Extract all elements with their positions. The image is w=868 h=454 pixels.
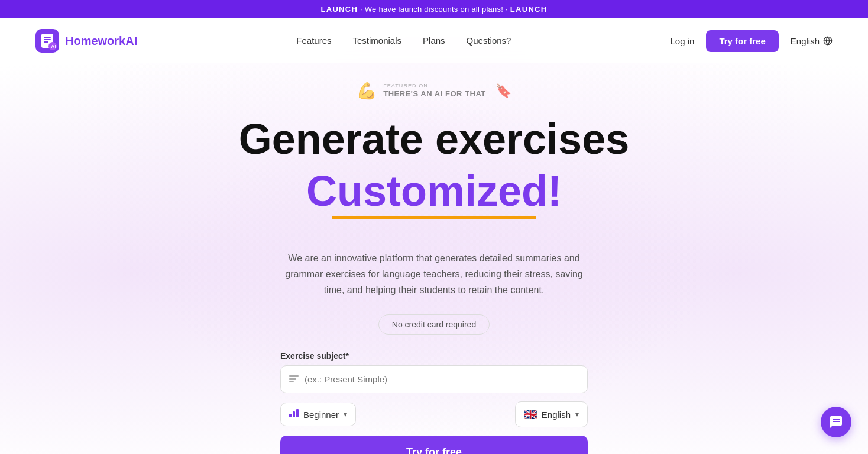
subject-input[interactable] [305, 366, 579, 393]
svg-rect-2 [44, 37, 51, 38]
logo-icon: AI [35, 29, 59, 53]
chat-icon [829, 415, 843, 429]
logo-text: HomeworkAI [65, 34, 137, 48]
hero-title-line1: Generate exercises [239, 117, 629, 162]
header-actions: Log in Try for free English [671, 30, 833, 52]
svg-rect-12 [293, 411, 295, 417]
hero-title-line2: Customized! [306, 168, 562, 215]
hero-description: We are an innovative platform that gener… [280, 250, 588, 299]
svg-rect-10 [289, 381, 294, 382]
svg-rect-11 [289, 414, 292, 417]
logo[interactable]: AI HomeworkAI [35, 29, 137, 53]
chat-support-button[interactable] [821, 407, 851, 437]
input-lines-icon [289, 374, 299, 385]
try-free-main-button[interactable]: Try for free [280, 436, 588, 454]
banner-sep2: · [506, 5, 508, 14]
form-options-row: Beginner ▾ 🇬🇧 English ▾ [280, 401, 588, 427]
featured-badge: 💪 FEATURED ON THERE'S AN AI FOR THAT 🔖 [357, 81, 511, 100]
svg-text:AI: AI [51, 44, 56, 50]
banner-launch1: LAUNCH [320, 5, 358, 14]
login-button[interactable]: Log in [671, 36, 695, 46]
banner-middle: We have launch discounts on all plans! [365, 5, 503, 14]
main-nav: Features Testimonials Plans Questions? [296, 35, 511, 46]
svg-rect-3 [44, 39, 51, 40]
nav-testimonials[interactable]: Testimonials [353, 35, 402, 46]
svg-rect-8 [289, 375, 299, 377]
svg-rect-13 [296, 409, 299, 417]
svg-rect-9 [289, 378, 296, 380]
muscle-icon: 💪 [357, 81, 377, 100]
lang-select-label: English [542, 410, 571, 420]
chevron-down-icon: ▾ [344, 410, 347, 419]
no-credit-card-badge: No credit card required [378, 314, 490, 335]
featured-text: FEATURED ON THERE'S AN AI FOR THAT [383, 83, 486, 98]
nav-plans[interactable]: Plans [423, 35, 445, 46]
banner-launch2: LAUNCH [510, 5, 548, 14]
exercise-form: Exercise subject* [280, 351, 588, 454]
language-selector-header[interactable]: English [791, 36, 833, 46]
featured-on-name: THERE'S AN AI FOR THAT [383, 89, 486, 99]
level-selector[interactable]: Beginner ▾ [280, 403, 356, 426]
chevron-down-lang-icon: ▾ [575, 410, 579, 419]
lang-label-header: English [791, 36, 820, 46]
header: AI HomeworkAI Features Testimonials Plan… [0, 18, 868, 63]
subject-input-wrapper [280, 365, 588, 393]
nav-questions[interactable]: Questions? [467, 35, 511, 46]
bookmark-icon: 🔖 [495, 83, 511, 99]
try-free-header-button[interactable]: Try for free [706, 30, 778, 52]
level-label: Beginner [303, 410, 339, 420]
top-banner: LAUNCH · We have launch discounts on all… [0, 0, 868, 18]
exercise-subject-label: Exercise subject* [280, 351, 588, 361]
flag-icon: 🇬🇧 [524, 408, 537, 421]
hero-section: 💪 FEATURED ON THERE'S AN AI FOR THAT 🔖 G… [0, 63, 868, 454]
nav-features[interactable]: Features [296, 35, 331, 46]
banner-sep1: · [360, 5, 362, 14]
svg-rect-4 [44, 41, 48, 43]
chart-icon [289, 409, 299, 420]
language-selector-form[interactable]: 🇬🇧 English ▾ [515, 401, 588, 427]
globe-icon [823, 36, 833, 46]
featured-on-small: FEATURED ON [383, 83, 428, 89]
